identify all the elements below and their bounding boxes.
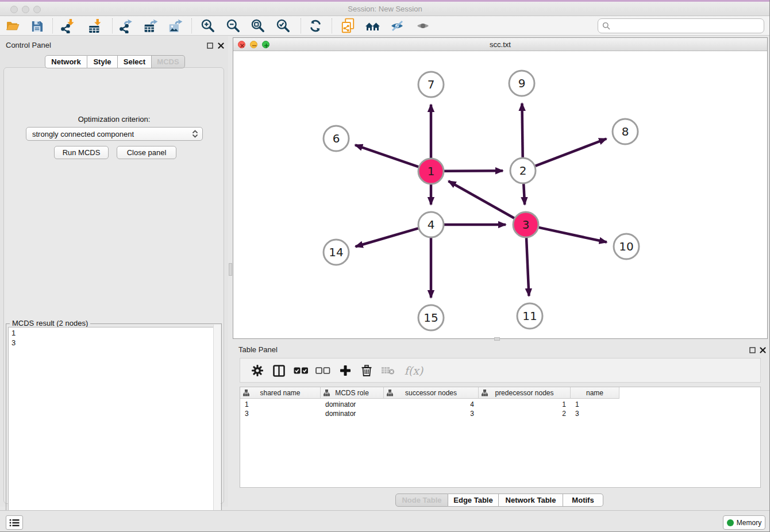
select-all-rows-icon[interactable] <box>292 362 310 379</box>
table-cell[interactable]: 1 <box>240 400 321 410</box>
mcds-result-text[interactable]: 1 3 <box>8 327 220 532</box>
table-cell[interactable]: 3 <box>571 409 619 419</box>
column-header-name[interactable]: name <box>571 387 619 399</box>
tab-node-table[interactable]: Node Table <box>395 494 448 507</box>
function-builder-icon[interactable]: f(x) <box>401 362 426 379</box>
tab-motifs[interactable]: Motifs <box>563 494 603 507</box>
tab-style[interactable]: Style <box>87 55 118 68</box>
svg-text:10: 10 <box>619 240 633 253</box>
graph-node-14[interactable]: 14 <box>324 240 349 265</box>
float-table-panel-icon[interactable] <box>748 346 756 354</box>
graph-node-3[interactable]: 3 <box>513 212 538 237</box>
graph-edge-4-14[interactable] <box>356 228 418 246</box>
graph-edge-1-6[interactable] <box>355 145 418 167</box>
graph-edge-1-2[interactable] <box>444 171 503 171</box>
table-cell[interactable]: 2 <box>479 409 571 419</box>
graph-node-8[interactable]: 8 <box>613 119 638 144</box>
import-network-icon[interactable] <box>58 17 76 34</box>
delete-table-icon[interactable] <box>379 362 397 379</box>
close-panel-icon[interactable] <box>217 41 225 49</box>
graph-node-9[interactable]: 9 <box>509 71 534 96</box>
svg-text:11: 11 <box>522 309 537 323</box>
table-cell[interactable]: 1 <box>479 400 571 410</box>
graph-edge-2-8[interactable] <box>535 138 606 165</box>
table-cell[interactable]: dominator <box>321 400 384 410</box>
export-table-icon[interactable] <box>141 17 160 34</box>
add-row-icon[interactable] <box>336 362 355 379</box>
home-icon[interactable] <box>364 17 382 34</box>
result-scrollbar[interactable] <box>213 325 221 532</box>
zoom-out-icon[interactable] <box>224 17 242 34</box>
toolbar-separator <box>332 18 332 33</box>
close-table-panel-icon[interactable] <box>759 346 767 354</box>
import-table-icon[interactable] <box>86 17 105 34</box>
search-field[interactable] <box>598 18 764 33</box>
criterion-dropdown[interactable]: strongly connected component <box>26 127 203 141</box>
open-session-icon[interactable] <box>3 17 22 34</box>
toolbar-separator <box>52 18 53 33</box>
svg-text:7: 7 <box>428 78 435 91</box>
graph-node-15[interactable]: 15 <box>418 305 444 330</box>
tab-edge-table[interactable]: Edge Table <box>448 494 499 507</box>
criterion-value: strongly connected component <box>32 130 191 138</box>
graph-node-7[interactable]: 7 <box>418 72 444 97</box>
tab-mcds[interactable]: MCDS <box>152 55 185 68</box>
deselect-all-rows-icon[interactable] <box>314 362 332 379</box>
graph-node-4[interactable]: 4 <box>418 212 444 237</box>
float-panel-icon[interactable] <box>206 41 214 49</box>
column-header-MCDS-role[interactable]: MCDS role <box>321 387 384 399</box>
close-panel-button[interactable]: Close panel <box>117 146 176 159</box>
network-window-titlebar[interactable]: scc.txt <box>233 38 767 51</box>
graph-edge-3-11[interactable] <box>526 238 529 296</box>
main-toolbar <box>0 16 770 36</box>
refresh-icon[interactable] <box>306 17 325 34</box>
tab-network[interactable]: Network <box>45 55 87 68</box>
graph-edge-3-10[interactable] <box>538 228 606 242</box>
zoom-in-icon[interactable] <box>199 17 217 34</box>
table-tabs: Node Table Edge Table Network Table Moti… <box>395 494 603 507</box>
node-table[interactable]: shared nameMCDS rolesuccessor nodesprede… <box>240 387 761 488</box>
clone-network-icon[interactable] <box>338 17 357 34</box>
save-session-icon[interactable] <box>28 17 46 34</box>
table-cell[interactable]: 1 <box>571 400 619 410</box>
tab-network-table[interactable]: Network Table <box>499 494 563 507</box>
column-header-predecessor-nodes[interactable]: predecessor nodes <box>479 387 571 399</box>
graph-node-2[interactable]: 2 <box>510 158 536 183</box>
network-graph-canvas[interactable]: 7968124314101511 <box>233 51 767 338</box>
table-row[interactable]: 3dominator323 <box>240 409 619 419</box>
splitter-handle-vertical[interactable] <box>229 263 232 276</box>
hide-details-icon[interactable] <box>388 17 407 34</box>
delete-rows-icon[interactable] <box>357 362 376 379</box>
svg-text:6: 6 <box>333 132 340 145</box>
export-image-icon[interactable] <box>166 17 184 34</box>
table-cell[interactable]: 3 <box>240 409 321 419</box>
column-header-shared-name[interactable]: shared name <box>240 387 321 399</box>
graph-edge-2-3[interactable] <box>523 184 525 205</box>
task-history-button[interactable] <box>6 515 23 530</box>
show-details-icon[interactable] <box>414 17 433 34</box>
column-header-successor-nodes[interactable]: successor nodes <box>384 387 479 399</box>
graph-edge-2-9[interactable] <box>522 103 522 157</box>
graph-edge-3-1[interactable] <box>448 181 514 218</box>
zoom-selected-icon[interactable] <box>274 17 292 34</box>
table-toolbar: f(x) <box>240 358 761 383</box>
graph-node-6[interactable]: 6 <box>324 126 349 151</box>
export-network-icon[interactable] <box>117 17 135 34</box>
split-view-icon[interactable] <box>270 362 288 379</box>
splitter-handle-horizontal[interactable] <box>494 337 500 341</box>
control-panel: Control Panel Network Style Select MCDS … <box>0 36 228 507</box>
table-cell[interactable]: 4 <box>384 400 479 410</box>
search-input[interactable] <box>613 22 764 30</box>
graph-node-11[interactable]: 11 <box>517 303 542 329</box>
table-settings-icon[interactable] <box>248 362 267 379</box>
table-cell[interactable]: dominator <box>321 409 384 419</box>
graph-node-1[interactable]: 1 <box>418 159 444 184</box>
table-row[interactable]: 1dominator411 <box>240 400 619 410</box>
run-mcds-button[interactable]: Run MCDS <box>54 146 109 159</box>
fit-content-icon[interactable] <box>249 17 267 34</box>
table-cell[interactable]: 3 <box>384 409 479 419</box>
tab-select[interactable]: Select <box>118 55 152 68</box>
memory-button[interactable]: Memory <box>723 515 765 530</box>
graph-node-10[interactable]: 10 <box>614 234 639 259</box>
svg-text:4: 4 <box>428 218 435 232</box>
